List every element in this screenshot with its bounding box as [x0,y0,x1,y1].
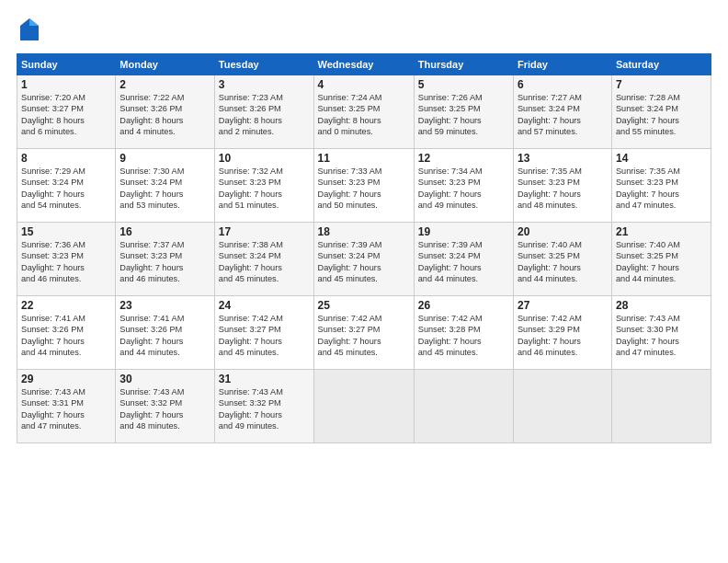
day-number: 15 [21,225,111,238]
calendar-week-row: 1Sunrise: 7:20 AMSunset: 3:27 PMDaylight… [17,75,711,149]
day-number: 27 [518,299,608,312]
day-info: Sunrise: 7:28 AMSunset: 3:24 PMDaylight:… [616,92,707,138]
day-info: Sunrise: 7:29 AMSunset: 3:24 PMDaylight:… [21,166,111,212]
calendar-cell: 1Sunrise: 7:20 AMSunset: 3:27 PMDaylight… [17,75,116,149]
calendar-cell: 31Sunrise: 7:43 AMSunset: 3:32 PMDayligh… [214,370,313,443]
day-number: 28 [616,299,707,312]
day-info: Sunrise: 7:39 AMSunset: 3:24 PMDaylight:… [318,239,410,285]
weekday-header: Saturday [611,54,711,75]
calendar-cell [611,370,711,443]
day-info: Sunrise: 7:38 AMSunset: 3:24 PMDaylight:… [219,239,310,285]
day-number: 1 [21,78,111,91]
day-number: 11 [318,152,410,165]
day-info: Sunrise: 7:22 AMSunset: 3:26 PMDaylight:… [119,92,210,138]
day-info: Sunrise: 7:43 AMSunset: 3:32 PMDaylight:… [119,386,210,432]
calendar-cell: 23Sunrise: 7:41 AMSunset: 3:26 PMDayligh… [116,296,215,370]
calendar-cell: 25Sunrise: 7:42 AMSunset: 3:27 PMDayligh… [313,296,414,370]
day-number: 18 [318,225,410,238]
calendar-cell: 17Sunrise: 7:38 AMSunset: 3:24 PMDayligh… [214,223,313,296]
day-number: 8 [21,152,111,165]
day-number: 24 [219,299,310,312]
day-info: Sunrise: 7:26 AMSunset: 3:25 PMDaylight:… [418,92,509,138]
weekday-header: Monday [116,54,215,75]
day-number: 6 [518,78,608,91]
calendar-cell: 20Sunrise: 7:40 AMSunset: 3:25 PMDayligh… [513,223,611,296]
weekday-header: Tuesday [214,54,313,75]
day-info: Sunrise: 7:27 AMSunset: 3:24 PMDaylight:… [518,92,608,138]
calendar-cell: 2Sunrise: 7:22 AMSunset: 3:26 PMDaylight… [116,75,215,149]
calendar-cell: 8Sunrise: 7:29 AMSunset: 3:24 PMDaylight… [17,149,116,223]
calendar-cell [414,370,513,443]
day-info: Sunrise: 7:40 AMSunset: 3:25 PMDaylight:… [518,239,608,285]
calendar-cell: 5Sunrise: 7:26 AMSunset: 3:25 PMDaylight… [414,75,513,149]
calendar-cell: 13Sunrise: 7:35 AMSunset: 3:23 PMDayligh… [513,149,611,223]
logo-icon [18,17,40,42]
day-info: Sunrise: 7:35 AMSunset: 3:23 PMDaylight:… [616,166,707,212]
calendar-cell: 29Sunrise: 7:43 AMSunset: 3:31 PMDayligh… [17,370,116,443]
day-info: Sunrise: 7:35 AMSunset: 3:23 PMDaylight:… [518,166,608,212]
calendar-cell: 15Sunrise: 7:36 AMSunset: 3:23 PMDayligh… [17,223,116,296]
calendar-cell: 21Sunrise: 7:40 AMSunset: 3:25 PMDayligh… [611,223,711,296]
day-info: Sunrise: 7:36 AMSunset: 3:23 PMDaylight:… [21,239,111,285]
calendar-cell: 26Sunrise: 7:42 AMSunset: 3:28 PMDayligh… [414,296,513,370]
day-info: Sunrise: 7:40 AMSunset: 3:25 PMDaylight:… [616,239,707,285]
calendar-cell [313,370,414,443]
day-number: 19 [418,225,509,238]
calendar-cell: 7Sunrise: 7:28 AMSunset: 3:24 PMDaylight… [611,75,711,149]
calendar-cell: 24Sunrise: 7:42 AMSunset: 3:27 PMDayligh… [214,296,313,370]
day-info: Sunrise: 7:24 AMSunset: 3:25 PMDaylight:… [318,92,410,138]
day-number: 31 [219,373,310,385]
calendar-table: SundayMondayTuesdayWednesdayThursdayFrid… [17,53,711,443]
header [17,17,711,46]
day-info: Sunrise: 7:20 AMSunset: 3:27 PMDaylight:… [21,92,111,138]
day-number: 10 [219,152,310,165]
calendar-cell: 28Sunrise: 7:43 AMSunset: 3:30 PMDayligh… [611,296,711,370]
day-info: Sunrise: 7:41 AMSunset: 3:26 PMDaylight:… [119,313,210,359]
logo [17,17,44,46]
day-number: 3 [219,78,310,91]
day-info: Sunrise: 7:33 AMSunset: 3:23 PMDaylight:… [318,166,410,212]
day-info: Sunrise: 7:39 AMSunset: 3:24 PMDaylight:… [418,239,509,285]
weekday-header: Sunday [17,54,116,75]
day-number: 16 [119,225,210,238]
calendar-cell: 16Sunrise: 7:37 AMSunset: 3:23 PMDayligh… [116,223,215,296]
calendar-cell: 3Sunrise: 7:23 AMSunset: 3:26 PMDaylight… [214,75,313,149]
calendar-week-row: 29Sunrise: 7:43 AMSunset: 3:31 PMDayligh… [17,370,711,443]
calendar-cell: 14Sunrise: 7:35 AMSunset: 3:23 PMDayligh… [611,149,711,223]
day-number: 12 [418,152,509,165]
calendar-cell: 30Sunrise: 7:43 AMSunset: 3:32 PMDayligh… [116,370,215,443]
calendar-cell: 19Sunrise: 7:39 AMSunset: 3:24 PMDayligh… [414,223,513,296]
weekday-header: Friday [513,54,611,75]
day-number: 14 [616,152,707,165]
calendar-cell: 9Sunrise: 7:30 AMSunset: 3:24 PMDaylight… [116,149,215,223]
calendar-cell: 6Sunrise: 7:27 AMSunset: 3:24 PMDaylight… [513,75,611,149]
calendar-week-row: 8Sunrise: 7:29 AMSunset: 3:24 PMDaylight… [17,149,711,223]
day-number: 4 [318,78,410,91]
day-info: Sunrise: 7:42 AMSunset: 3:29 PMDaylight:… [518,313,608,359]
day-number: 23 [119,299,210,312]
day-info: Sunrise: 7:32 AMSunset: 3:23 PMDaylight:… [219,166,310,212]
day-number: 13 [518,152,608,165]
calendar-header-row: SundayMondayTuesdayWednesdayThursdayFrid… [17,54,711,75]
day-info: Sunrise: 7:43 AMSunset: 3:32 PMDaylight:… [219,386,310,432]
calendar-week-row: 22Sunrise: 7:41 AMSunset: 3:26 PMDayligh… [17,296,711,370]
svg-marker-1 [29,18,39,26]
calendar-cell: 22Sunrise: 7:41 AMSunset: 3:26 PMDayligh… [17,296,116,370]
calendar-cell: 18Sunrise: 7:39 AMSunset: 3:24 PMDayligh… [313,223,414,296]
day-info: Sunrise: 7:34 AMSunset: 3:23 PMDaylight:… [418,166,509,212]
day-number: 20 [518,225,608,238]
calendar-cell: 12Sunrise: 7:34 AMSunset: 3:23 PMDayligh… [414,149,513,223]
day-info: Sunrise: 7:43 AMSunset: 3:30 PMDaylight:… [616,313,707,359]
day-info: Sunrise: 7:42 AMSunset: 3:28 PMDaylight:… [418,313,509,359]
day-number: 30 [119,373,210,385]
day-number: 2 [119,78,210,91]
day-number: 5 [418,78,509,91]
day-number: 9 [119,152,210,165]
day-number: 26 [418,299,509,312]
day-info: Sunrise: 7:41 AMSunset: 3:26 PMDaylight:… [21,313,111,359]
day-info: Sunrise: 7:37 AMSunset: 3:23 PMDaylight:… [119,239,210,285]
day-number: 21 [616,225,707,238]
day-info: Sunrise: 7:43 AMSunset: 3:31 PMDaylight:… [21,386,111,432]
calendar-cell [513,370,611,443]
calendar-cell: 4Sunrise: 7:24 AMSunset: 3:25 PMDaylight… [313,75,414,149]
